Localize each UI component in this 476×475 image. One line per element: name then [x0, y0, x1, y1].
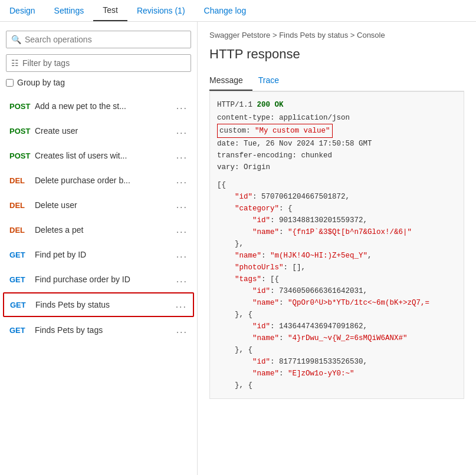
- search-box[interactable]: 🔍: [6, 31, 191, 48]
- op-dots[interactable]: ...: [176, 101, 188, 111]
- op-dots[interactable]: ...: [176, 200, 188, 210]
- op-name: Deletes a pet: [35, 225, 172, 235]
- op-dots[interactable]: ...: [176, 126, 188, 136]
- op-dots[interactable]: ...: [176, 299, 187, 310]
- op-create-users-list[interactable]: POST Creates list of users wit... ...: [3, 144, 194, 167]
- http-version: HTTP/1.1: [217, 101, 257, 109]
- tab-test[interactable]: Test: [93, 0, 127, 21]
- left-panel: 🔍 ☷ Filter by tags Group by tag POST Add…: [0, 22, 198, 475]
- op-find-order-by-id[interactable]: GET Find purchase order by ID ...: [3, 268, 194, 291]
- method-badge-get: GET: [9, 326, 32, 335]
- json-response-body: [{ "id": 5707061204667501872, "category"…: [217, 179, 457, 391]
- op-dots[interactable]: ...: [176, 150, 188, 161]
- http-status-line: HTTP/1.1 200 OK: [217, 99, 457, 111]
- header-date: date: Tue, 26 Nov 2024 17:50:58 GMT: [217, 138, 457, 150]
- custom-header-value: "My custom value": [255, 127, 330, 135]
- group-by-tag-label: Group by tag: [17, 78, 65, 87]
- operations-list: POST Add a new pet to the st... ... POST…: [0, 93, 197, 469]
- op-name: Delete user: [35, 200, 172, 210]
- filter-label: Filter by tags: [22, 58, 70, 68]
- group-by-tag-checkbox[interactable]: [6, 79, 14, 87]
- op-create-user[interactable]: POST Create user ...: [3, 119, 194, 143]
- op-finds-pets-by-tags[interactable]: GET Finds Pets by tags ...: [3, 318, 194, 342]
- op-delete-order[interactable]: DEL Delete purchase order b... ...: [3, 169, 194, 192]
- filter-icon: ☷: [11, 58, 19, 68]
- method-badge-get: GET: [9, 275, 32, 284]
- method-badge-post: POST: [9, 151, 32, 160]
- group-by-tag[interactable]: Group by tag: [6, 78, 191, 87]
- op-find-pet-by-id[interactable]: GET Find pet by ID ...: [3, 243, 194, 266]
- op-name: Add a new pet to the st...: [35, 101, 172, 111]
- header-transfer-encoding: transfer-encoding: chunked: [217, 150, 457, 161]
- op-name: Creates list of users wit...: [35, 151, 172, 160]
- method-badge-del: DEL: [9, 176, 32, 185]
- op-delete-user[interactable]: DEL Delete user ...: [3, 193, 194, 217]
- header-custom: custom: "My custom value": [217, 124, 457, 138]
- main-layout: 🔍 ☷ Filter by tags Group by tag POST Add…: [0, 22, 476, 475]
- op-name: Create user: [35, 126, 172, 136]
- tab-design[interactable]: Design: [0, 0, 45, 21]
- tab-revisions[interactable]: Revisions (1): [127, 0, 195, 21]
- response-tabs: Message Trace: [209, 71, 464, 91]
- header-content-type: content-type: application/json: [217, 112, 457, 124]
- right-panel: Swagger Petstore > Finds Pets by status …: [198, 22, 476, 475]
- op-dots[interactable]: ...: [176, 175, 188, 186]
- tab-trace[interactable]: Trace: [258, 71, 288, 91]
- tab-message[interactable]: Message: [209, 71, 252, 91]
- op-dots[interactable]: ...: [176, 249, 188, 260]
- http-status-code: 200 OK: [257, 101, 284, 109]
- response-body: HTTP/1.1 200 OK content-type: applicatio…: [209, 91, 464, 399]
- op-finds-pets-by-status[interactable]: GET Finds Pets by status ...: [3, 292, 194, 317]
- tab-settings[interactable]: Settings: [45, 0, 94, 21]
- op-name: Finds Pets by status: [35, 300, 171, 309]
- op-name: Find purchase order by ID: [35, 275, 172, 284]
- filter-box[interactable]: ☷ Filter by tags: [6, 54, 191, 72]
- op-name: Finds Pets by tags: [35, 325, 172, 335]
- op-dots[interactable]: ...: [176, 274, 188, 285]
- op-dots[interactable]: ...: [176, 325, 188, 335]
- tab-changelog[interactable]: Change log: [195, 0, 256, 21]
- method-badge-get: GET: [10, 301, 32, 309]
- custom-header-highlight: custom: "My custom value": [217, 124, 333, 138]
- search-icon: 🔍: [11, 35, 21, 44]
- method-badge-post: POST: [9, 127, 32, 136]
- search-input[interactable]: [25, 35, 186, 44]
- op-dots[interactable]: ...: [176, 225, 188, 235]
- op-name: Delete purchase order b...: [35, 176, 172, 185]
- op-name: Find pet by ID: [35, 250, 172, 259]
- method-badge-del: DEL: [9, 226, 32, 235]
- page-title: HTTP response: [209, 47, 464, 62]
- breadcrumb: Swagger Petstore > Finds Pets by status …: [209, 31, 464, 39]
- header-vary: vary: Origin: [217, 161, 457, 173]
- op-delete-pet[interactable]: DEL Deletes a pet ...: [3, 218, 194, 242]
- method-badge-post: POST: [9, 102, 32, 111]
- op-add-pet[interactable]: POST Add a new pet to the st... ...: [3, 94, 194, 118]
- top-navigation: Design Settings Test Revisions (1) Chang…: [0, 0, 476, 22]
- method-badge-del: DEL: [9, 201, 32, 210]
- method-badge-get: GET: [9, 250, 32, 259]
